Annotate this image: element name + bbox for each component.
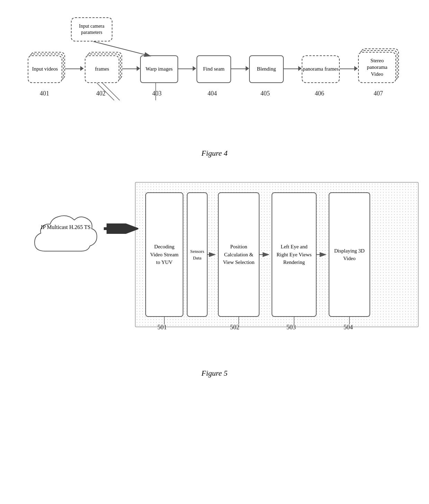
ref-502: 502 — [230, 324, 239, 331]
stereo-front: Stereo panorama Video — [358, 52, 396, 83]
arrow-401-402 — [65, 68, 82, 69]
left-right-eye-box: Left Eye and Right Eye Views Rendering — [272, 192, 317, 317]
ref-404: 404 — [208, 90, 217, 97]
figure4-caption: Figure 4 — [21, 149, 408, 158]
arrow-402-403 — [122, 68, 139, 69]
arrow-406-407 — [340, 68, 356, 69]
arrowhead-403-404 — [193, 66, 196, 71]
cloud-svg — [28, 206, 104, 262]
figure5-diagram: IP Multicast H.265 TS Decoding Video Str… — [21, 172, 408, 365]
figure4-diagram: Input camera parameters Input videos 401… — [21, 14, 408, 145]
warp-images-box: Warp images — [140, 55, 178, 83]
arrow-405-406 — [284, 68, 300, 69]
arrowhead-405-406 — [298, 66, 302, 71]
frames-front: frames — [85, 55, 119, 83]
stereo-panorama-box: Stereo panorama Video — [358, 52, 396, 83]
ref-504: 504 — [344, 324, 353, 331]
arrowhead-404-405 — [246, 66, 249, 71]
thick-arrow-cloud — [104, 223, 138, 234]
input-camera-box: Input camera parameters — [71, 17, 112, 42]
arrow-404-405 — [231, 68, 248, 69]
figure5-caption: Figure 5 — [21, 369, 408, 378]
arrowhead-401-402 — [80, 66, 84, 71]
input-videos-box: Input videos — [28, 55, 62, 83]
arrowhead-406-407 — [354, 66, 358, 71]
position-box: Position Calculation & View Selection — [218, 192, 259, 317]
frames-box: frames — [85, 55, 119, 83]
page: Input camera parameters Input videos 401… — [0, 0, 429, 504]
panorama-frames-box: panorama frames — [302, 55, 340, 83]
ref-503: 503 — [286, 324, 296, 331]
arrow-403-404 — [178, 68, 195, 69]
input-videos-front: Input videos — [28, 55, 62, 83]
ref-403: 403 — [152, 90, 162, 97]
cloud-label: IP Multicast H.265 TS — [40, 223, 92, 231]
ref-407: 407 — [374, 90, 383, 97]
ref-501: 501 — [157, 324, 167, 331]
ref-406: 406 — [315, 90, 324, 97]
ref-401: 401 — [40, 90, 49, 97]
ref-405: 405 — [261, 90, 270, 97]
decoding-box: Decoding Video Stream to YUV — [145, 192, 183, 317]
sensors-box: Sensors Data — [187, 192, 208, 317]
ref-402: 402 — [96, 90, 106, 97]
displaying-box: Displaying 3D Video — [329, 192, 370, 317]
find-seam-box: Find seam — [197, 55, 231, 83]
arrowhead-402-403 — [137, 66, 140, 71]
cloud-shape: IP Multicast H.265 TS — [28, 206, 104, 262]
blending-box: Blending — [249, 55, 284, 83]
